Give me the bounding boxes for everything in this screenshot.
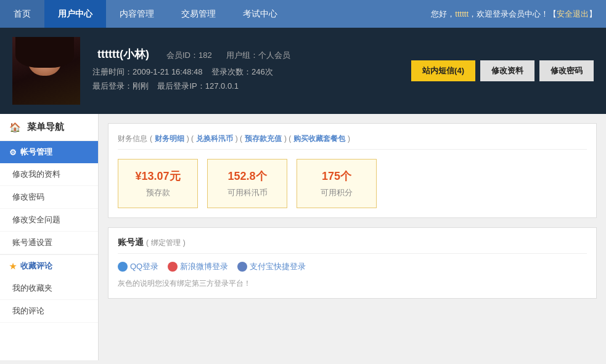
top-navigation: 首页 用户中心 内容管理 交易管理 考试中心 您好， tttttt ，欢迎登录会…	[0, 0, 606, 28]
sidebar: 🏠 菜单导航 ⚙ 帐号管理 修改我的资料 修改密码 修改安全问题 账号通设置 ★…	[0, 114, 99, 360]
finance-box-coins: 152.8个 可用科汛币	[207, 159, 287, 208]
qq-icon	[118, 262, 128, 272]
nav-item-user-center[interactable]: 用户中心	[44, 0, 106, 28]
greeting-suffix: ，欢迎登录会员中心！	[469, 9, 549, 20]
finance-link-package[interactable]: 购买收藏套餐包	[293, 134, 345, 143]
avatar	[12, 37, 80, 105]
main-content: 财务信息 ( 财务明细 ) ( 兑换科汛币 ) ( 预存款充值 ) ( 购买收藏…	[99, 114, 606, 360]
points-label: 可用积分	[313, 187, 361, 198]
sidebar-link-edit-profile[interactable]: 修改我的资料	[0, 163, 98, 186]
account-bind-title: 账号通 ( 绑定管理 )	[118, 237, 587, 254]
finance-box-points: 175个 可用积分	[297, 159, 377, 208]
nav-item-content[interactable]: 内容管理	[106, 0, 168, 28]
finance-boxes: ¥13.07元 预存款 152.8个 可用科汛币 175个 可用积分	[118, 159, 587, 208]
sidebar-link-my-comments[interactable]: 我的评论	[0, 300, 98, 323]
gear-icon: ⚙	[9, 148, 17, 157]
profile-info: tttttt(小林) 会员ID：182 用户组：个人会员 注册时间：2009-1…	[92, 47, 411, 95]
finance-title: 财务信息 ( 财务明细 ) ( 兑换科汛币 ) ( 预存款充值 ) ( 购买收藏…	[118, 133, 587, 150]
qq-login-option[interactable]: QQ登录	[118, 261, 158, 272]
message-button[interactable]: 站内短信(4)	[411, 60, 475, 81]
profile-banner: tttttt(小林) 会员ID：182 用户组：个人会员 注册时间：2009-1…	[0, 28, 606, 114]
bracket-open: 【	[549, 9, 557, 20]
weibo-login-option[interactable]: 新浪微博登录	[168, 261, 228, 272]
nav-item-home[interactable]: 首页	[0, 0, 44, 28]
edit-profile-button[interactable]: 修改资料	[480, 60, 534, 81]
greeting-text: 您好，	[431, 9, 455, 20]
profile-reg-time: 注册时间：2009-1-21 16:48:48 登录次数：246次	[92, 67, 411, 78]
finance-link-exchange[interactable]: 兑换科汛币	[196, 134, 233, 143]
profile-name: tttttt(小林) 会员ID：182 用户组：个人会员	[92, 47, 411, 62]
profile-member-id: 会员ID：182	[166, 51, 212, 60]
sidebar-section-favorites[interactable]: ★ 收藏评论	[0, 254, 98, 277]
finance-link-recharge[interactable]: 预存款充值	[245, 134, 282, 143]
alipay-icon	[237, 262, 247, 272]
sidebar-section-account[interactable]: ⚙ 帐号管理	[0, 141, 98, 163]
deposit-label: 预存款	[134, 187, 182, 198]
star-icon: ★	[9, 262, 17, 271]
coins-amount: 152.8个	[223, 169, 271, 184]
change-password-button[interactable]: 修改密码	[539, 60, 594, 81]
nav-item-trade[interactable]: 交易管理	[168, 0, 229, 28]
points-amount: 175个	[313, 169, 361, 184]
profile-user-group: 用户组：个人会员	[226, 51, 290, 60]
profile-last-login: 最后登录：刚刚 最后登录IP：127.0.0.1	[92, 81, 411, 92]
nav-right-info: 您好， tttttt ，欢迎登录会员中心！ 【安全退出】	[431, 0, 606, 28]
bind-hint: 灰色的说明您没有绑定第三方登录平台！	[118, 278, 587, 289]
sidebar-title: 🏠 菜单导航	[0, 114, 98, 141]
account-bind-section: 账号通 ( 绑定管理 ) QQ登录 新浪微博登录 支付宝快捷登录	[108, 227, 597, 299]
nav-item-exam[interactable]: 考试中心	[229, 0, 291, 28]
sidebar-link-change-pwd[interactable]: 修改密码	[0, 186, 98, 209]
content-wrapper: 🏠 菜单导航 ⚙ 帐号管理 修改我的资料 修改密码 修改安全问题 账号通设置 ★…	[0, 114, 606, 360]
bracket-close: 】	[589, 9, 597, 20]
profile-name-text: tttttt(小林)	[97, 48, 149, 60]
alipay-login-option[interactable]: 支付宝快捷登录	[237, 261, 306, 272]
sidebar-link-my-favorites[interactable]: 我的收藏夹	[0, 277, 98, 300]
weibo-icon	[168, 262, 178, 272]
finance-link-detail[interactable]: 财务明细	[155, 134, 184, 143]
coins-label: 可用科汛币	[223, 187, 271, 198]
sidebar-link-account-settings[interactable]: 账号通设置	[0, 232, 98, 254]
avatar-image	[12, 37, 80, 105]
deposit-amount: ¥13.07元	[134, 169, 182, 184]
bind-options: QQ登录 新浪微博登录 支付宝快捷登录	[118, 261, 587, 272]
home-icon: 🏠	[9, 122, 21, 133]
logout-link[interactable]: 安全退出	[557, 9, 589, 20]
account-bind-subtitle: 绑定管理	[151, 238, 181, 247]
username-text: tttttt	[455, 9, 469, 18]
finance-section: 财务信息 ( 财务明细 ) ( 兑换科汛币 ) ( 预存款充值 ) ( 购买收藏…	[108, 123, 597, 218]
finance-box-deposit: ¥13.07元 预存款	[118, 159, 198, 208]
profile-buttons: 站内短信(4) 修改资料 修改密码	[411, 60, 594, 81]
sidebar-link-security[interactable]: 修改安全问题	[0, 209, 98, 232]
